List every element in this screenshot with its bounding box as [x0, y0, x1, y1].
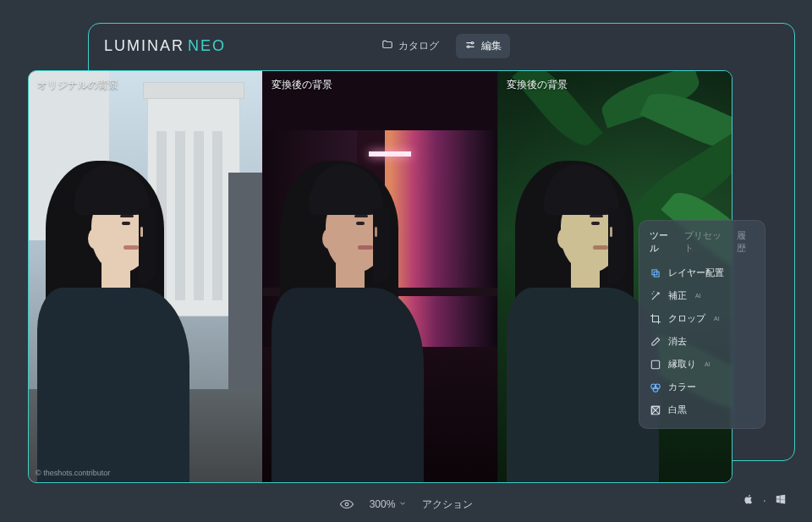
- catalog-label: カタログ: [398, 39, 439, 53]
- svg-point-0: [471, 41, 473, 43]
- tab-presets[interactable]: プリセット: [684, 229, 728, 255]
- windows-icon: [775, 493, 787, 505]
- svg-rect-2: [652, 269, 657, 274]
- svg-point-1: [468, 46, 469, 47]
- topbar: LUMINAR NEO カタログ 編集: [89, 24, 794, 68]
- panel-replaced-1[interactable]: 変換後の背景: [262, 71, 497, 482]
- tool-item-label: クロップ: [668, 312, 705, 325]
- brand-text-1: LUMINAR: [104, 37, 184, 55]
- svg-rect-4: [651, 360, 659, 368]
- tool-item-label: 補正: [668, 289, 687, 302]
- catalog-button[interactable]: カタログ: [373, 34, 447, 58]
- tool-item-outline[interactable]: 縁取りAI: [639, 353, 765, 376]
- edit-label: 編集: [481, 39, 502, 53]
- svg-point-9: [345, 503, 348, 506]
- brand-text-2: NEO: [188, 37, 226, 55]
- chevron-down-icon: [398, 498, 407, 510]
- tool-item-label: 白黒: [668, 404, 687, 416]
- tab-history[interactable]: 履歴: [737, 229, 754, 255]
- panel-original[interactable]: オリジナルの背景 © theshots.contributor: [29, 71, 262, 482]
- outline-icon: [650, 359, 661, 371]
- platform-icons: ·: [743, 493, 787, 508]
- eye-icon[interactable]: [339, 497, 354, 512]
- subject-figure: [498, 127, 659, 482]
- panel-original-label: オリジナルの背景: [37, 78, 118, 92]
- erase-icon: [650, 336, 661, 348]
- building-shape: [228, 173, 262, 426]
- edit-button[interactable]: 編集: [456, 34, 510, 58]
- tool-item-label: 縁取り: [668, 358, 696, 371]
- panel-replaced-2-label: 変換後の背景: [507, 78, 568, 92]
- tab-tools[interactable]: ツール: [650, 229, 676, 255]
- sliders-icon: [464, 39, 476, 53]
- tool-list: レイヤー配置補正AIクロップAI消去縁取りAIカラー白黒: [639, 261, 765, 421]
- tool-item-color[interactable]: カラー: [639, 376, 765, 398]
- action-button[interactable]: アクション: [422, 497, 473, 512]
- image-credit: © theshots.contributor: [36, 469, 110, 477]
- layer-icon: [650, 267, 661, 279]
- folder-icon: [381, 39, 393, 53]
- tool-item-bw[interactable]: 白黒: [639, 398, 765, 421]
- tool-item-label: レイヤー配置: [668, 266, 724, 279]
- tool-item-label: カラー: [668, 381, 696, 393]
- column-shape: [194, 131, 204, 300]
- tool-item-erase[interactable]: 消去: [639, 330, 765, 353]
- svg-rect-3: [654, 272, 659, 277]
- tool-item-wand[interactable]: 補正AI: [639, 284, 765, 307]
- separator: ·: [763, 493, 766, 508]
- topbar-mode-switch: カタログ 編集: [373, 34, 510, 58]
- tool-panel-tabs: ツール プリセット 履歴: [639, 229, 765, 261]
- ai-badge: AI: [714, 316, 720, 321]
- panel-replaced-1-label: 変換後の背景: [272, 78, 332, 92]
- zoom-control[interactable]: 300%: [370, 498, 408, 510]
- tool-panel: ツール プリセット 履歴 レイヤー配置補正AIクロップAI消去縁取りAIカラー白…: [639, 220, 765, 429]
- subject-figure: [263, 127, 424, 482]
- bottom-bar: 300% アクション: [0, 497, 812, 512]
- comparison-strip: オリジナルの背景 © theshots.contributor 変換後の背景: [28, 70, 732, 483]
- tool-item-layer[interactable]: レイヤー配置: [639, 261, 765, 284]
- app-brand: LUMINAR NEO: [104, 37, 226, 55]
- ai-badge: AI: [695, 293, 701, 299]
- crop-icon: [650, 313, 661, 325]
- ai-badge: AI: [705, 361, 710, 367]
- subject-figure: [29, 127, 189, 482]
- tool-item-crop[interactable]: クロップAI: [639, 307, 765, 330]
- apple-icon: [743, 493, 754, 505]
- bw-icon: [650, 404, 661, 416]
- column-shape: [212, 131, 222, 300]
- zoom-value: 300%: [370, 498, 396, 510]
- wand-icon: [650, 290, 661, 302]
- color-icon: [650, 382, 661, 393]
- tool-item-label: 消去: [668, 335, 687, 348]
